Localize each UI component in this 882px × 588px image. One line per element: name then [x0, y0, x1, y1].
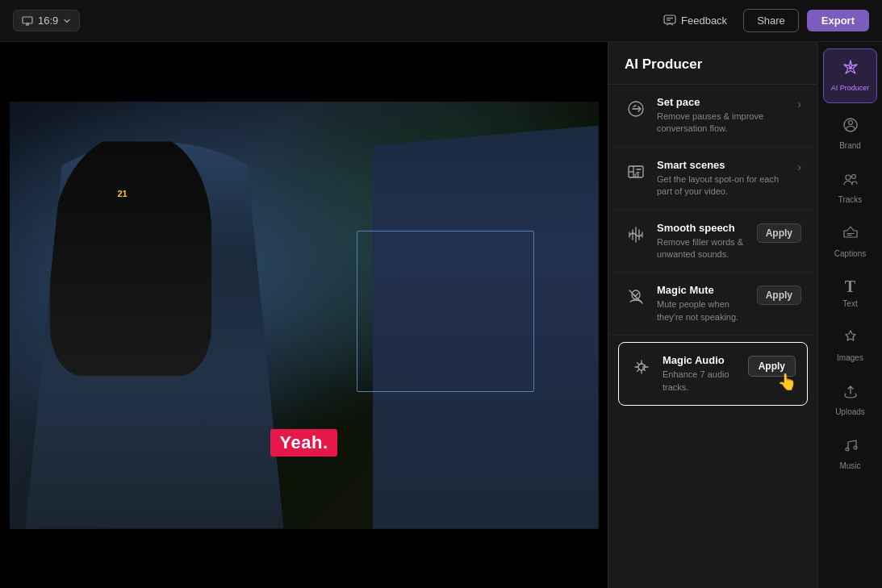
magic-mute-apply-button[interactable]: Apply — [757, 286, 801, 305]
sidebar-item-captions[interactable]: Captions — [818, 215, 882, 269]
smooth-speech-action[interactable]: Apply — [757, 223, 801, 243]
chevron-right-icon: › — [797, 98, 801, 111]
magic-mute-feature[interactable]: Magic Mute Mute people when they're not … — [608, 273, 817, 336]
magic-audio-title: Magic Audio — [663, 354, 738, 366]
export-button[interactable]: Export — [807, 10, 869, 31]
captions-label: Captions — [834, 249, 866, 259]
set-pace-content: Set pace Remove pauses & improve convers… — [657, 96, 788, 136]
smooth-speech-content: Smooth speech Remove filler words & unwa… — [657, 222, 747, 261]
set-pace-feature[interactable]: Set pace Remove pauses & improve convers… — [608, 85, 817, 148]
smooth-speech-apply-button[interactable]: Apply — [757, 223, 801, 243]
svg-rect-4 — [664, 15, 675, 23]
smart-scenes-feature[interactable]: Smart scenes Get the layout spot-on for … — [608, 148, 817, 211]
svg-point-18 — [851, 174, 855, 178]
svg-point-16 — [848, 120, 852, 124]
uploads-label: Uploads — [835, 407, 865, 417]
video-area: 21 Yeah. — [0, 42, 608, 588]
svg-rect-11 — [635, 174, 638, 177]
sidebar-item-brand[interactable]: Brand — [818, 106, 882, 161]
magic-mute-action[interactable]: Apply — [757, 286, 801, 305]
tracks-icon — [842, 170, 859, 190]
monitor-icon — [22, 15, 33, 27]
export-label: Export — [821, 15, 855, 27]
magic-mute-title: Magic Mute — [657, 284, 747, 296]
smooth-speech-icon — [625, 223, 647, 246]
magic-audio-icon — [630, 356, 653, 378]
main-area: 21 Yeah. AI Producer Set pace Remove pau… — [0, 42, 882, 588]
magic-mute-icon — [625, 286, 647, 308]
ai-producer-icon — [842, 59, 859, 79]
magic-audio-desc: Enhance 7 audio tracks. — [663, 369, 738, 394]
person-right — [373, 126, 599, 529]
share-label: Share — [757, 15, 785, 27]
ai-panel-title: AI Producer — [608, 42, 817, 85]
smart-scenes-icon — [625, 161, 647, 183]
sidebar-item-tracks[interactable]: Tracks — [818, 161, 882, 215]
chevron-down-icon — [63, 17, 71, 25]
smooth-speech-desc: Remove filler words & unwanted sounds. — [657, 236, 747, 261]
music-label: Music — [839, 461, 860, 471]
images-label: Images — [837, 353, 863, 363]
smooth-speech-title: Smooth speech — [657, 222, 747, 234]
set-pace-action: › — [797, 98, 801, 111]
share-button[interactable]: Share — [743, 9, 799, 32]
music-icon — [842, 436, 859, 457]
magic-audio-feature[interactable]: Magic Audio Enhance 7 audio tracks. Appl… — [618, 342, 808, 406]
smart-scenes-action: › — [797, 161, 801, 173]
feedback-icon — [663, 15, 676, 27]
sidebar-item-text[interactable]: T Text — [818, 269, 882, 319]
magic-audio-apply-button[interactable]: Apply — [748, 356, 796, 377]
topbar-right: Feedback Share Export — [655, 9, 869, 32]
topbar-left: 16:9 — [13, 10, 80, 31]
sidebar-item-images[interactable]: Images — [818, 319, 882, 373]
brand-label: Brand — [839, 141, 861, 151]
magic-audio-content: Magic Audio Enhance 7 audio tracks. — [663, 354, 738, 394]
feedback-button[interactable]: Feedback — [655, 10, 735, 32]
set-pace-icon — [625, 98, 647, 120]
sidebar-item-ai-producer[interactable]: AI Producer — [823, 48, 877, 103]
svg-point-17 — [846, 175, 851, 180]
magic-mute-content: Magic Mute Mute people when they're not … — [657, 284, 747, 323]
brand-icon — [842, 116, 859, 136]
smart-scenes-title: Smart scenes — [657, 159, 788, 171]
magic-mute-desc: Mute people when they're not speaking. — [657, 298, 747, 323]
text-icon: T — [845, 278, 855, 294]
aspect-ratio-button[interactable]: 16:9 — [13, 10, 80, 31]
feedback-label: Feedback — [681, 15, 727, 27]
ai-producer-label: AI Producer — [831, 84, 870, 93]
sidebar-item-uploads[interactable]: Uploads — [818, 373, 882, 427]
tracks-label: Tracks — [838, 195, 863, 205]
svg-rect-0 — [23, 17, 32, 23]
right-sidebar: AI Producer Brand — [817, 42, 882, 588]
person-left — [26, 142, 284, 529]
subtitle-text: Yeah. — [270, 429, 338, 457]
images-icon — [842, 328, 859, 348]
smart-scenes-desc: Get the layout spot-on for each part of … — [657, 173, 788, 198]
topbar: 16:9 Feedback Share Export — [0, 0, 882, 42]
set-pace-title: Set pace — [657, 96, 788, 108]
timestamp-badge: 21 — [118, 189, 127, 198]
sidebar-item-music[interactable]: Music — [818, 427, 882, 481]
set-pace-desc: Remove pauses & improve conversation flo… — [657, 111, 788, 136]
chevron-right-icon: › — [797, 161, 801, 173]
text-label: Text — [842, 299, 857, 309]
video-frame: 21 Yeah. — [10, 102, 599, 529]
smooth-speech-feature[interactable]: Smooth speech Remove filler words & unwa… — [608, 211, 817, 273]
captions-icon — [842, 224, 859, 244]
svg-point-14 — [849, 66, 852, 69]
ai-producer-panel: AI Producer Set pace Remove pauses & imp… — [608, 42, 817, 588]
aspect-ratio-label: 16:9 — [38, 15, 58, 27]
uploads-icon — [842, 382, 859, 402]
video-background: 21 Yeah. — [10, 102, 599, 529]
smart-scenes-content: Smart scenes Get the layout spot-on for … — [657, 159, 788, 198]
magic-audio-action[interactable]: Apply 👆 — [748, 356, 796, 377]
